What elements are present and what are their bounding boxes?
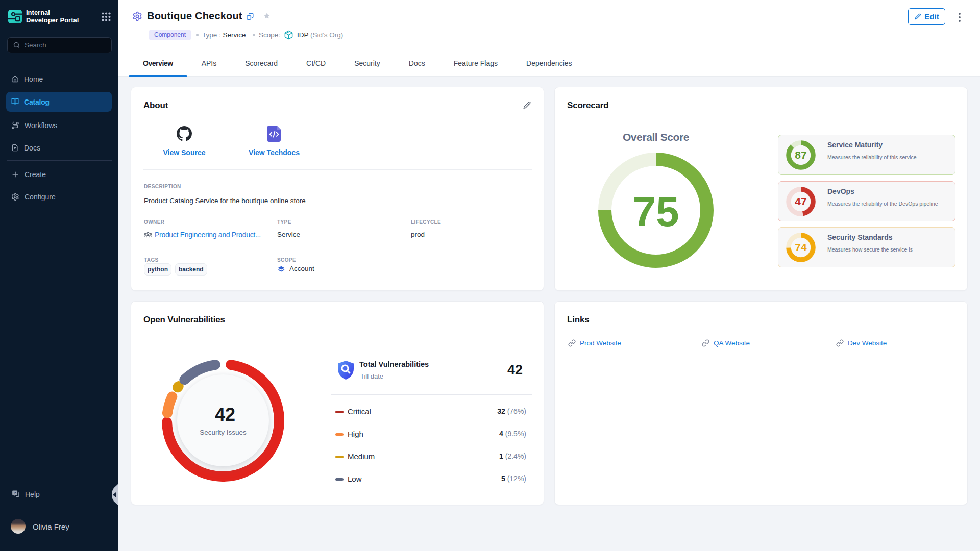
svg-text:?: ? (14, 491, 16, 495)
